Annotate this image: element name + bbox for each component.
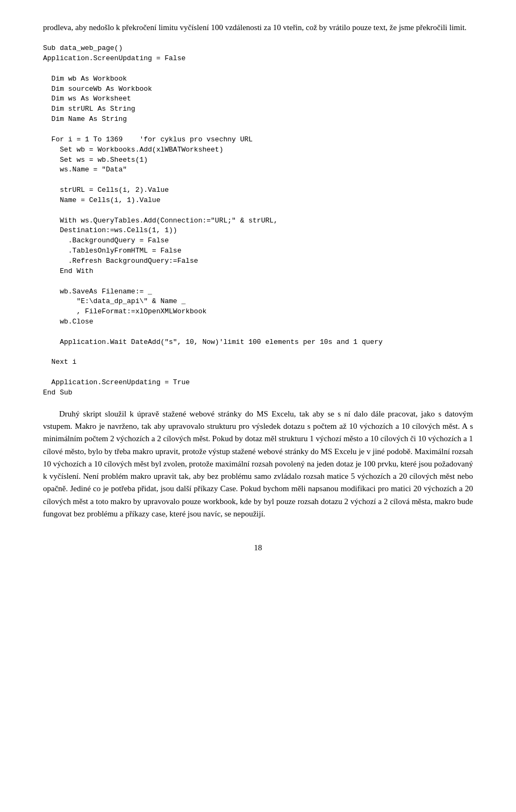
code-block: Sub data_web_page() Application.ScreenUp… (43, 44, 473, 398)
intro-paragraph: prodleva, aby nedošlo k překročení limit… (43, 21, 473, 34)
page-number: 18 (43, 542, 473, 554)
body-paragraph-1: Druhý skript sloužil k úpravě stažené we… (43, 408, 473, 520)
